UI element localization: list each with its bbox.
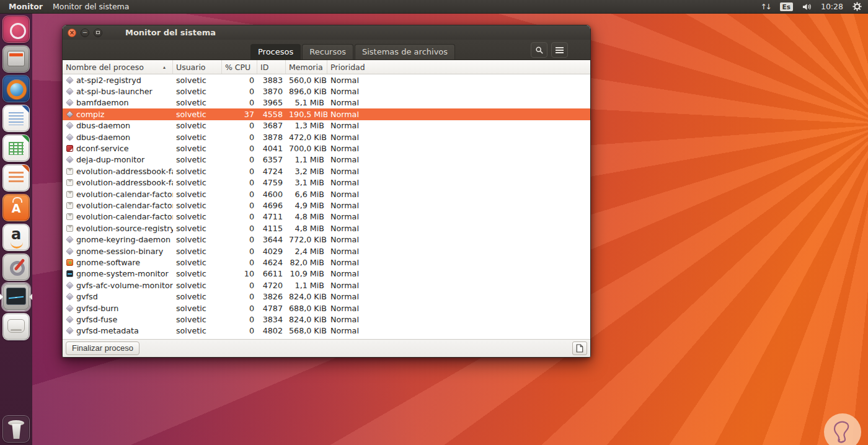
process-row[interactable]: evolution-addressbook-factor solvetic 0 …	[63, 177, 590, 188]
process-row[interactable]: gnome-session-binary solvetic 0 4029 2,4…	[63, 245, 590, 257]
process-row[interactable]: deja-dup-monitor solvetic 0 6357 1,1 MiB…	[63, 154, 590, 165]
appmenu-app-name[interactable]: Monitor	[9, 2, 43, 11]
process-row[interactable]: gnome-system-monitor solvetic 10 6611 10…	[63, 268, 590, 280]
minimize-button[interactable]: −	[81, 29, 89, 37]
process-icon	[66, 76, 73, 84]
column-header-1[interactable]: Usuario	[173, 60, 222, 74]
search-button[interactable]	[531, 42, 547, 58]
column-header-0[interactable]: Nombre del proceso▴	[63, 60, 173, 74]
process-priority: Normal	[327, 190, 590, 199]
process-row[interactable]: evolution-calendar-factory solvetic 0 46…	[63, 188, 590, 200]
launcher-item-settings[interactable]	[0, 253, 32, 281]
process-row[interactable]: at-spi-bus-launcher solvetic 0 3870 896,…	[63, 86, 590, 97]
process-cpu: 0	[222, 98, 257, 107]
process-row[interactable]: evolution-source-registry solvetic 0 411…	[63, 222, 590, 234]
column-label: Memoria	[289, 63, 323, 72]
launcher-item-amazon[interactable]	[0, 224, 32, 251]
column-label: Usuario	[176, 63, 206, 72]
process-row[interactable]: dbus-daemon solvetic 0 3687 1,3 MiB Norm…	[63, 120, 590, 131]
process-user: solvetic	[173, 201, 222, 210]
process-row[interactable]: dconf-service solvetic 0 4041 700,0 KiB …	[63, 143, 590, 154]
process-user: solvetic	[173, 235, 222, 244]
menu-button[interactable]	[551, 42, 568, 58]
process-row[interactable]: bamfdaemon solvetic 0 3965 5,1 MiB Norma…	[63, 97, 590, 108]
tab-strip: ProcesosRecursosSistemas de archivos	[250, 44, 456, 59]
launcher-item-trash[interactable]	[0, 415, 32, 443]
process-icon	[66, 122, 73, 130]
process-row[interactable]: evolution-calendar-factory-sul solvetic …	[63, 211, 590, 222]
process-memory: 4,8 MiB	[286, 212, 327, 221]
process-id: 4600	[257, 190, 286, 199]
column-label: ID	[260, 63, 268, 72]
process-row[interactable]: gnome-keyring-daemon solvetic 0 3644 772…	[63, 234, 590, 245]
column-label: Prioridad	[330, 63, 365, 72]
launcher-item-ubuntu-dash[interactable]	[0, 15, 32, 43]
column-header-4[interactable]: Memoria	[286, 60, 327, 74]
clock[interactable]: 10:28	[821, 2, 843, 11]
process-row[interactable]: evolution-addressbook-factor solvetic 0 …	[63, 165, 590, 177]
properties-doc-button[interactable]	[572, 341, 587, 355]
process-cpu: 0	[222, 201, 257, 210]
launcher-item-files[interactable]	[0, 45, 32, 73]
process-memory: 1,1 MiB	[286, 155, 327, 164]
network-indicator-icon[interactable]: ↑↓	[760, 2, 770, 11]
process-row[interactable]: compiz solvetic 37 4558 190,5 MiB Normal	[63, 108, 590, 120]
close-button[interactable]: ×	[68, 29, 76, 37]
process-priority: Normal	[327, 178, 590, 187]
process-icon	[66, 179, 73, 186]
process-row[interactable]: gnome-software solvetic 0 4624 82,0 MiB …	[63, 257, 590, 268]
desktop: Monitor Monitor del sistema ↑↓ Es 10:28	[0, 0, 868, 445]
process-memory: 824,0 KiB	[286, 292, 327, 301]
sort-ascending-icon: ▴	[163, 64, 169, 70]
tab-recursos[interactable]: Recursos	[302, 44, 353, 59]
ubuntu-software-icon	[2, 194, 30, 221]
end-process-button[interactable]: Finalizar proceso	[66, 341, 140, 355]
process-name: deja-dup-monitor	[76, 155, 144, 164]
launcher-item-lo-writer[interactable]	[0, 105, 32, 132]
window-titlebar[interactable]: × − Monitor del sistema	[63, 25, 590, 40]
process-memory: 772,0 KiB	[286, 235, 327, 244]
files-icon	[2, 45, 30, 73]
session-gear-icon[interactable]	[852, 2, 862, 11]
launcher-item-lo-impress[interactable]	[0, 164, 32, 192]
process-memory: 560,0 KiB	[286, 76, 327, 85]
launcher-item-firefox[interactable]	[0, 75, 32, 102]
process-cpu: 10	[222, 269, 257, 278]
column-header-5[interactable]: Prioridad	[327, 60, 590, 74]
tab-sistemas-de-archivos[interactable]: Sistemas de archivos	[355, 44, 455, 59]
header-bar: ProcesosRecursosSistemas de archivos	[63, 40, 590, 60]
launcher-item-disks[interactable]	[0, 313, 32, 340]
process-priority: Normal	[327, 144, 590, 153]
process-memory: 6,6 MiB	[286, 190, 327, 199]
process-cpu: 0	[222, 326, 257, 335]
process-table-body: at-spi2-registryd solvetic 0 3883 560,0 …	[63, 74, 590, 337]
column-header-2[interactable]: % CPU	[222, 60, 257, 74]
system-monitor-window: × − Monitor del sistema ProcesosRecursos…	[62, 25, 591, 358]
keyboard-layout-indicator[interactable]: Es	[780, 2, 793, 11]
process-row[interactable]: gvfsd-burn solvetic 0 4787 688,0 KiB Nor…	[63, 302, 590, 314]
process-id: 4711	[257, 212, 286, 221]
process-memory: 472,0 KiB	[286, 133, 327, 142]
launcher-item-lo-calc[interactable]	[0, 134, 32, 162]
process-name: gvfsd-burn	[76, 304, 118, 313]
process-row[interactable]: gvfsd-metadata solvetic 0 4802 568,0 KiB…	[63, 325, 590, 337]
appmenu-window-title[interactable]: Monitor del sistema	[53, 2, 130, 11]
maximize-button[interactable]	[94, 29, 102, 37]
process-cpu: 0	[222, 144, 257, 153]
process-id: 3834	[257, 315, 286, 324]
process-row[interactable]: gvfs-afc-volume-monitor solvetic 0 4720 …	[63, 280, 590, 291]
process-memory: 568,0 KiB	[286, 326, 327, 335]
process-row[interactable]: gvfsd solvetic 0 3826 824,0 KiB Normal	[63, 291, 590, 302]
process-name: evolution-addressbook-factor	[76, 178, 173, 187]
launcher-item-ubuntu-software[interactable]	[0, 194, 32, 221]
process-row[interactable]: evolution-calendar-factory-sul solvetic …	[63, 200, 590, 211]
process-row[interactable]: dbus-daemon solvetic 0 3878 472,0 KiB No…	[63, 131, 590, 143]
process-user: solvetic	[173, 258, 222, 267]
process-priority: Normal	[327, 258, 590, 267]
process-row[interactable]: gvfsd-fuse solvetic 0 3834 824,0 KiB Nor…	[63, 314, 590, 325]
volume-icon[interactable]	[802, 3, 812, 11]
launcher-item-system-monitor[interactable]	[0, 283, 32, 311]
tab-procesos[interactable]: Procesos	[250, 44, 301, 59]
process-row[interactable]: at-spi2-registryd solvetic 0 3883 560,0 …	[63, 74, 590, 86]
column-header-3[interactable]: ID	[257, 60, 286, 74]
